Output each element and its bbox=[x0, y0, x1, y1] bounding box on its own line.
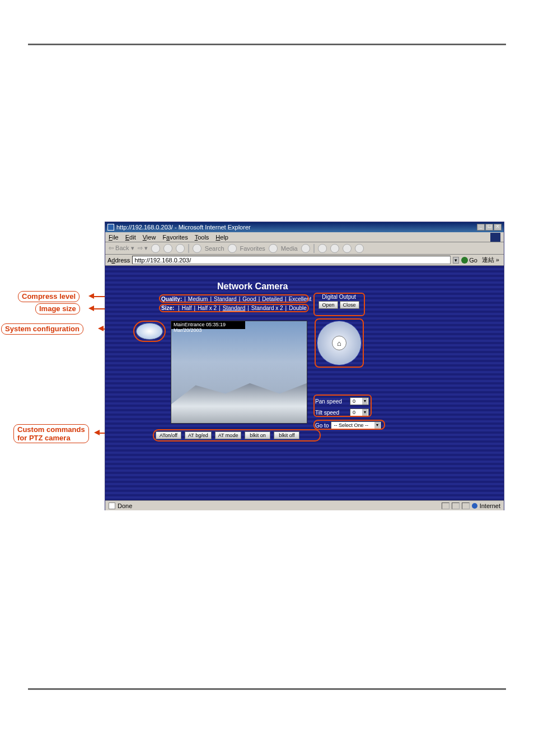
ie-icon bbox=[107, 224, 114, 231]
forward-button[interactable]: ⇨ ▾ bbox=[138, 245, 148, 252]
tilt-speed-label: Tilt speed bbox=[315, 410, 346, 416]
favorites-icon[interactable] bbox=[228, 244, 237, 253]
callout-custom-commands: Custom commands for PTZ camera bbox=[13, 424, 89, 443]
status-zone: Internet bbox=[480, 503, 500, 509]
digital-output-open[interactable]: Open bbox=[318, 301, 338, 309]
callout-system-configuration: System configuration bbox=[1, 323, 83, 335]
address-dropdown-icon[interactable]: ▾ bbox=[453, 257, 459, 264]
quality-row: Quality: | Medium| Standard| Good| Detai… bbox=[161, 296, 311, 302]
video-preview: MainEntrance 05:35:19 Mar/20/2003 bbox=[171, 321, 307, 424]
annotated-figure: Compress level Image size System configu… bbox=[0, 218, 534, 520]
back-button[interactable]: ⇦ Back ▾ bbox=[109, 245, 134, 252]
discuss-icon[interactable] bbox=[355, 244, 364, 253]
goto-row: Go to -- Select One -- bbox=[315, 421, 381, 429]
ie-addressbar: Address ▾ Go 連結 » bbox=[105, 255, 504, 266]
quality-detailed[interactable]: Detailed bbox=[262, 296, 283, 302]
page-title: Network Camera bbox=[217, 281, 288, 292]
menu-tools[interactable]: Tools bbox=[195, 234, 209, 241]
digital-output-box: Digital Output Open Close bbox=[315, 294, 363, 315]
edit-icon[interactable] bbox=[343, 244, 352, 253]
search-icon[interactable] bbox=[193, 244, 202, 253]
size-double[interactable]: Double bbox=[289, 305, 307, 311]
system-configuration-button[interactable] bbox=[136, 323, 163, 340]
callout-compress-level: Compress level bbox=[18, 291, 79, 302]
pan-speed-label: Pan speed bbox=[315, 398, 346, 405]
maximize-button[interactable]: ☐ bbox=[485, 224, 493, 231]
links-button[interactable]: 連結 » bbox=[480, 256, 502, 264]
menu-help[interactable]: Help bbox=[216, 234, 228, 241]
custom-btn-3[interactable]: blkit on bbox=[245, 431, 270, 439]
ie-window: http://192.168.0.203/ - Microsoft Intern… bbox=[105, 222, 504, 510]
goto-label: Go to bbox=[315, 422, 329, 429]
size-label: Size: bbox=[161, 305, 174, 311]
size-standard2[interactable]: Standard x 2 bbox=[251, 305, 283, 311]
history-icon[interactable] bbox=[301, 244, 310, 253]
quality-medium[interactable]: Medium bbox=[188, 296, 208, 302]
media-button[interactable]: Media bbox=[281, 245, 298, 252]
internet-zone-icon bbox=[472, 503, 477, 509]
pan-tilt-control[interactable]: ⌂ bbox=[317, 321, 362, 365]
pan-speed-select[interactable]: 0 bbox=[350, 397, 369, 405]
menu-file[interactable]: File bbox=[109, 234, 119, 241]
custom-btn-2[interactable]: AT mode bbox=[215, 431, 242, 439]
mail-icon[interactable] bbox=[318, 244, 327, 253]
address-input[interactable] bbox=[132, 256, 451, 264]
status-pane bbox=[462, 503, 470, 509]
goto-select[interactable]: -- Select One -- bbox=[331, 421, 381, 429]
menu-edit[interactable]: Edit bbox=[125, 234, 136, 241]
ie-statusbar: Done Internet bbox=[105, 500, 504, 510]
window-title: http://192.168.0.203/ - Microsoft Intern… bbox=[116, 224, 251, 231]
status-pane bbox=[442, 503, 449, 509]
stop-icon[interactable] bbox=[151, 244, 160, 253]
custom-btn-1[interactable]: AT bg/ed bbox=[185, 431, 212, 439]
minimize-button[interactable]: _ bbox=[477, 224, 485, 231]
media-icon[interactable] bbox=[269, 244, 278, 253]
status-done-icon bbox=[109, 503, 115, 509]
menu-view[interactable]: View bbox=[143, 234, 156, 241]
tilt-speed-select[interactable]: 0 bbox=[350, 408, 369, 416]
ie-menubar: File Edit View Favorites Tools Help bbox=[105, 232, 504, 242]
close-button[interactable]: X bbox=[494, 224, 502, 231]
quality-excellent[interactable]: Excellent bbox=[289, 296, 312, 302]
home-icon[interactable] bbox=[176, 244, 185, 253]
ie-toolbar: ⇦ Back ▾ ⇨ ▾ Search Favorites Media bbox=[105, 242, 504, 255]
page-rule-top bbox=[28, 44, 506, 45]
size-half2[interactable]: Half x 2 bbox=[198, 305, 217, 311]
go-button[interactable]: Go bbox=[461, 257, 477, 264]
refresh-icon[interactable] bbox=[163, 244, 172, 253]
custom-commands-row: ATon/off AT bg/ed AT mode blkit on blkit… bbox=[156, 431, 299, 439]
favorites-button[interactable]: Favorites bbox=[240, 245, 265, 252]
size-standard[interactable]: Standard bbox=[223, 305, 246, 311]
size-half[interactable]: Half bbox=[182, 305, 192, 311]
custom-btn-0[interactable]: ATon/off bbox=[156, 431, 181, 439]
status-text: Done bbox=[118, 503, 132, 509]
quality-label: Quality: bbox=[161, 296, 182, 302]
video-scene bbox=[171, 381, 307, 423]
size-row: Size: | Half| Half x 2| Standard| Standa… bbox=[161, 305, 307, 311]
search-button[interactable]: Search bbox=[205, 245, 224, 252]
digital-output-label: Digital Output bbox=[315, 294, 363, 300]
callout-text: Custom commands bbox=[17, 425, 85, 434]
status-pane bbox=[452, 503, 460, 509]
quality-standard[interactable]: Standard bbox=[214, 296, 237, 302]
print-icon[interactable] bbox=[330, 244, 339, 253]
ie-titlebar: http://192.168.0.203/ - Microsoft Intern… bbox=[105, 222, 504, 232]
callout-image-size: Image size bbox=[35, 303, 80, 314]
ie-logo-icon bbox=[490, 233, 500, 242]
callout-text: for PTZ camera bbox=[17, 434, 71, 442]
pan-tilt-speed-box: Pan speed 0 Tilt speed 0 bbox=[315, 397, 374, 419]
camera-page: Network Camera Quality: | Medium| Standa… bbox=[105, 266, 504, 500]
page-rule-bottom bbox=[28, 688, 506, 690]
custom-btn-4[interactable]: blkit off bbox=[274, 431, 299, 439]
digital-output-close[interactable]: Close bbox=[340, 301, 359, 309]
quality-good[interactable]: Good bbox=[242, 296, 256, 302]
menu-favorites[interactable]: Favorites bbox=[162, 234, 188, 241]
ptz-home-icon[interactable]: ⌂ bbox=[332, 336, 346, 350]
address-label: Address bbox=[107, 257, 130, 264]
video-caption: MainEntrance 05:35:19 Mar/20/2003 bbox=[171, 321, 245, 329]
